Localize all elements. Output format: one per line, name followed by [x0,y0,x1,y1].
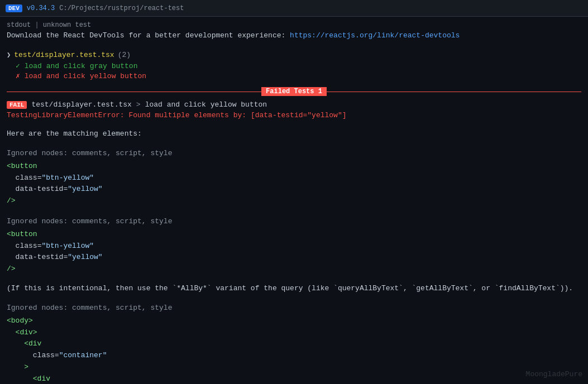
failed-tests-badge: Failed Tests 1 [261,87,327,96]
blank-spacer-4 [7,207,581,213]
failed-tests-divider: Failed Tests 1 [7,87,581,96]
dev-badge: DEV [6,4,22,12]
div2-open: <div [7,338,581,350]
test-file-header: ❯ test/displayer.test.tsx (2) [7,51,581,59]
test-file-arrow: ❯ [7,51,11,59]
path-label: C:/Projects/rustproj/react-test [59,4,184,12]
failing-test: ✗ load and click yellow button [7,71,581,80]
hint-line: (If this is intentional, then use the `*… [7,284,581,292]
button-open-2: <button [7,229,581,241]
fail-row: FAIL test/displayer.test.tsx > load and … [7,100,581,109]
error-message: Found multiple elements by: [data-testid… [125,111,347,119]
button-close-2: /> [7,263,581,275]
button-close-1: /> [7,195,581,207]
div3-arrow: <div [7,373,581,384]
ignored-nodes-2: Ignored nodes: comments, script, style [7,216,581,228]
passing-test: ✓ load and click gray button [7,61,581,70]
stdout-line: stdout | unknown test [7,21,581,29]
blank-spacer-5 [7,275,581,281]
blank-spacer-1 [7,45,581,51]
body-tag: <body> [7,315,581,327]
code-block-2: Ignored nodes: comments, script, style <… [7,216,581,275]
ignored-nodes-1: Ignored nodes: comments, script, style [7,148,581,160]
title-bar: DEV v0.34.3 C:/Projects/rustproj/react-t… [0,0,588,17]
code-block-1: Ignored nodes: comments, script, style <… [7,148,581,207]
blank-spacer-3 [7,139,581,145]
unknown-test-label: unknown test [43,21,91,29]
fail-badge: FAIL [7,101,27,109]
divider-line-right [327,92,581,92]
ignored-nodes-3: Ignored nodes: comments, script, style [7,303,581,314]
notice-line: Download the React DevTools for a better… [7,31,581,40]
blank-spacer-6 [7,294,581,299]
error-type: TestingLibraryElementError: [7,111,125,119]
stdout-label: stdout [7,21,31,29]
data-test-attr-2: data-testid="yellow" [7,252,581,263]
button-open-1: <button [7,161,581,172]
div1-open: <div> [7,327,581,339]
divider-line-left [7,92,261,92]
class-attr-1: class="btn-yellow" [7,172,581,184]
error-line: TestingLibraryElementError: Found multip… [7,111,581,119]
notice-link[interactable]: https://reactjs.org/link/react-devtools [290,31,460,40]
blank-spacer-2 [7,121,581,126]
fail-separator: > [136,100,141,109]
notice-text: Download the React DevTools for a better… [7,31,290,40]
version-tag: v0.34.3 [27,4,55,12]
test-file-name: test/displayer.test.tsx [14,51,114,59]
fail-test-name: load and click yellow button [145,100,267,109]
div2-close-angle: > [7,362,581,373]
main-content: stdout | unknown test Download the React… [0,17,588,384]
stdout-separator: | [35,21,42,29]
div2-class: class="container" [7,350,581,362]
fail-test-path: test/displayer.test.tsx [31,100,131,109]
watermark: MoongladePure [526,370,582,378]
test-count: (2) [118,51,131,59]
here-are-line: Here are the matching elements: [7,129,581,138]
class-attr-2: class="btn-yellow" [7,241,581,252]
data-test-attr-1: data-testid="yellow" [7,184,581,195]
dom-section: Ignored nodes: comments, script, style <… [7,303,581,384]
